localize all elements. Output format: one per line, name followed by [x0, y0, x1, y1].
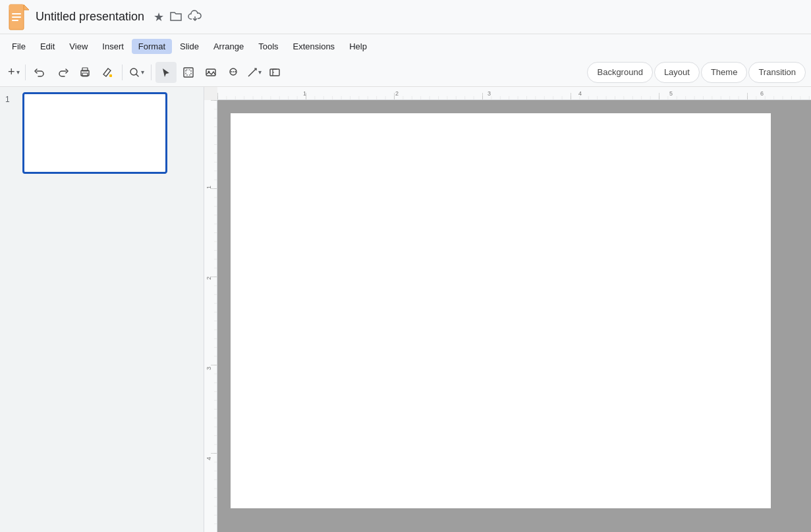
toolbar-separator-3: [151, 65, 152, 80]
frame-tool-button[interactable]: [178, 62, 199, 83]
layout-button[interactable]: Layout: [654, 62, 700, 83]
folder-icon[interactable]: [169, 10, 182, 24]
ruler-v-label-4: 4: [206, 457, 212, 460]
zoom-button[interactable]: ▾: [126, 62, 147, 83]
menu-file[interactable]: File: [5, 39, 32, 54]
ruler-h-svg: [217, 87, 811, 99]
ruler-v-label-2: 2: [206, 277, 212, 280]
svg-point-17: [231, 71, 232, 72]
print-button[interactable]: [74, 62, 96, 83]
svg-rect-21: [270, 69, 279, 76]
toolbar-separator-1: [25, 65, 26, 80]
slide-panel: 1: [0, 87, 204, 532]
theme-button[interactable]: Theme: [701, 62, 747, 83]
toolbar: + ▾ ▾: [0, 58, 811, 87]
svg-rect-13: [186, 70, 191, 75]
svg-rect-6: [12, 20, 18, 21]
svg-rect-25: [217, 87, 811, 99]
svg-rect-2: [9, 5, 24, 10]
textbox-button[interactable]: [264, 62, 285, 83]
menu-bar: File Edit View Insert Format Slide Arran…: [0, 34, 811, 58]
ruler-v-label-3: 3: [206, 367, 212, 370]
menu-help[interactable]: Help: [343, 39, 374, 54]
menu-arrange[interactable]: Arrange: [207, 39, 250, 54]
svg-rect-12: [184, 68, 193, 77]
star-icon[interactable]: ★: [154, 10, 164, 24]
menu-extensions[interactable]: Extensions: [287, 39, 342, 54]
redo-button[interactable]: [52, 62, 73, 83]
background-button[interactable]: Background: [587, 62, 652, 83]
ruler-v-svg: [204, 100, 217, 532]
svg-point-11: [130, 68, 137, 75]
ruler-v-label-1: 1: [206, 186, 212, 189]
main-content: 1 1 2 3 4 5 6: [0, 87, 811, 532]
svg-rect-4: [12, 13, 21, 14]
title-bar: Untitled presentation ★: [0, 0, 811, 34]
menu-view[interactable]: View: [63, 39, 94, 54]
slide-item-1[interactable]: 1: [5, 92, 198, 174]
presentation-title[interactable]: Untitled presentation: [36, 10, 144, 24]
ruler-h-ticks: 1 2 3 4 5 6: [217, 87, 811, 99]
menu-slide[interactable]: Slide: [173, 39, 206, 54]
svg-rect-10: [109, 74, 112, 77]
svg-rect-29: [204, 100, 217, 532]
editor-area: 1 2 3 4 5 6: [204, 87, 811, 532]
svg-rect-5: [12, 16, 21, 18]
svg-point-18: [233, 71, 234, 72]
menu-edit[interactable]: Edit: [34, 39, 61, 54]
ruler-horizontal: 1 2 3 4 5 6: [217, 87, 811, 100]
slide-canvas[interactable]: [231, 113, 771, 508]
format-paint-button[interactable]: [97, 62, 118, 83]
toolbar-separator-2: [122, 65, 123, 80]
svg-point-19: [235, 71, 236, 72]
menu-tools[interactable]: Tools: [252, 39, 285, 54]
svg-marker-3: [24, 5, 29, 10]
undo-button[interactable]: [30, 62, 51, 83]
canvas-area[interactable]: [217, 100, 811, 532]
transition-button[interactable]: Transition: [748, 62, 806, 83]
ruler-vertical: 1 2 3 4: [204, 100, 217, 532]
menu-format[interactable]: Format: [132, 39, 172, 54]
image-tool-button[interactable]: [200, 62, 221, 83]
app-icon: [8, 4, 30, 30]
menu-insert[interactable]: Insert: [96, 39, 130, 54]
svg-line-20: [248, 68, 256, 76]
select-tool-button[interactable]: [155, 62, 177, 83]
text-tool-button[interactable]: [223, 62, 244, 83]
cloud-save-icon[interactable]: [188, 10, 202, 24]
slide-thumbnail-1[interactable]: [22, 92, 167, 174]
slide-number-1: 1: [5, 92, 17, 104]
add-slide-button[interactable]: + ▾: [5, 62, 21, 83]
line-tool-button[interactable]: ▾: [245, 62, 263, 83]
